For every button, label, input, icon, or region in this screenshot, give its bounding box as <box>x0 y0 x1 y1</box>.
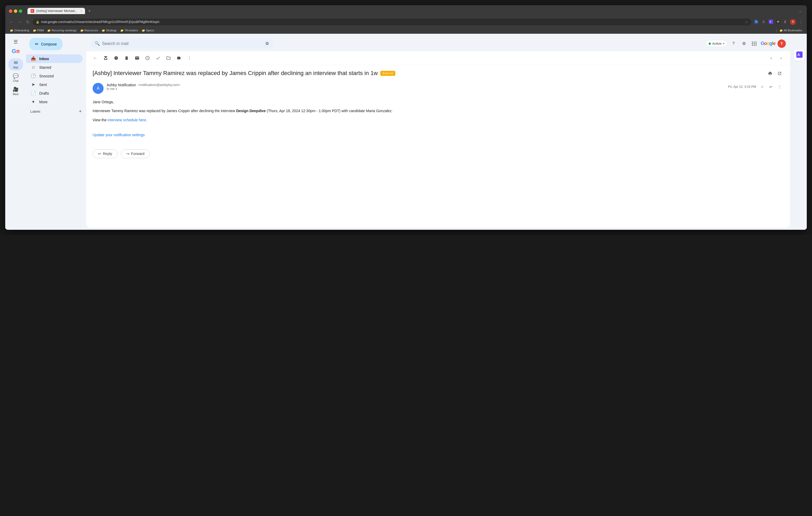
search-icon: 🔍 <box>95 41 100 46</box>
bookmark-item-resources[interactable]: 📁Resources <box>79 28 100 32</box>
print-button[interactable] <box>766 69 774 78</box>
right-panel-card: A <box>794 50 805 61</box>
to-row: to me ▾ <box>107 87 725 91</box>
url-bar-row: ← → ↻ 🔒 mail.google.com/mail/u/2/#search… <box>5 17 807 27</box>
add-task-button[interactable] <box>153 53 163 63</box>
search-bar[interactable]: 🔍 ⚙ <box>90 38 273 49</box>
interview-schedule-link[interactable]: interview schedule here <box>108 118 146 122</box>
tab-menu-button[interactable]: ⌄ <box>798 9 803 13</box>
sidebar-item-mail[interactable]: ✉ Mail <box>8 58 23 70</box>
more-email-options-button[interactable]: ⋮ <box>776 83 784 91</box>
profile-button[interactable] <box>761 19 766 25</box>
meet-icon: 🎥 <box>13 87 19 92</box>
move-to-button[interactable] <box>164 53 173 63</box>
to-chevron-icon[interactable]: ▾ <box>116 88 117 90</box>
download-button[interactable]: ⬇ <box>783 19 788 25</box>
active-tab[interactable]: M [Ashby] Interviewer Michael... × <box>27 8 85 14</box>
apps-grid-icon <box>752 41 757 46</box>
back-button[interactable]: ← <box>8 19 14 25</box>
new-tab-button[interactable]: + <box>87 8 92 14</box>
bookmark-item-specs[interactable]: 📁Specs <box>140 28 156 32</box>
url-text: mail.google.com/mail/u/2/#search/decline… <box>41 20 743 24</box>
action-buttons: ↩ Reply ↪ Forward <box>93 145 784 164</box>
inbox-icon: 📥 <box>30 56 36 61</box>
fullscreen-window-button[interactable] <box>19 9 22 13</box>
star-email-button[interactable]: ☆ <box>758 83 766 91</box>
compose-button[interactable]: ✏ Compose <box>29 38 62 50</box>
open-in-new-window-button[interactable] <box>775 69 784 78</box>
url-actions: A 📦 ⬇ T ⋮ <box>753 18 804 26</box>
sidebar-item-chat[interactable]: 💬 Chat <box>8 72 23 84</box>
nav-item-more[interactable]: ▾ More <box>26 97 83 106</box>
extension-icon-1[interactable]: A <box>768 19 774 25</box>
email-subject-row: [Ashby] Interviewer Tammy Ramirez was re… <box>86 65 790 80</box>
email-subject-actions <box>766 69 784 78</box>
snooze-button[interactable] <box>143 53 152 63</box>
user-avatar-button[interactable]: T <box>778 39 786 48</box>
email-body: Jane Ortega, Interviewer Tammy Ramirez w… <box>93 97 784 145</box>
more-chevron-icon: ▾ <box>30 99 36 104</box>
sender-avatar: A <box>93 83 104 94</box>
tab-bar: M [Ashby] Interviewer Michael... × + <box>27 8 795 14</box>
hamburger-menu-button[interactable]: ☰ <box>11 37 20 47</box>
nav-item-starred[interactable]: ☆ Starred <box>26 63 83 72</box>
sidebar-wide: ✏ Compose 📥 Inbox ☆ Starred 🕐 Snoozed ➤ … <box>26 34 86 230</box>
extensions-button[interactable] <box>753 19 759 25</box>
bookmark-item-onboarding[interactable]: 📁Onboarding <box>8 28 31 32</box>
report-spam-button[interactable] <box>111 53 121 63</box>
previous-email-button[interactable]: ‹ <box>766 53 776 63</box>
bookmark-star-icon[interactable]: ☆ <box>745 20 748 24</box>
more-options-button[interactable]: ⋮ <box>185 53 194 63</box>
search-input[interactable] <box>102 41 263 46</box>
browser-menu-button[interactable]: ⋮ <box>798 19 804 25</box>
bookmark-item-recurring-meetings[interactable]: 📁Recurring meetings <box>46 28 78 32</box>
reply-button[interactable]: ↩ Reply <box>93 149 118 158</box>
status-dot <box>709 42 711 45</box>
forward-icon: ↪ <box>126 152 129 156</box>
delete-button[interactable] <box>122 53 131 63</box>
reply-email-button[interactable]: ↩ <box>767 83 775 91</box>
compose-pen-icon: ✏ <box>35 41 38 47</box>
refresh-button[interactable]: ↻ <box>25 19 31 26</box>
next-email-button[interactable]: › <box>776 53 786 63</box>
status-badge[interactable]: Active ▾ <box>706 40 727 47</box>
starred-icon: ☆ <box>30 65 36 70</box>
settings-button[interactable]: ⚙ <box>740 39 748 48</box>
title-bar: M [Ashby] Interviewer Michael... × + ⌄ <box>5 5 807 17</box>
nav-item-inbox[interactable]: 📥 Inbox <box>26 54 83 63</box>
back-to-inbox-button[interactable]: ← <box>90 53 100 63</box>
forward-button[interactable]: ↪ Forward <box>121 149 150 158</box>
email-toolbar: ← <box>86 51 790 65</box>
sidebar-item-meet[interactable]: 🎥 Meet <box>8 85 23 97</box>
help-button[interactable]: ? <box>729 39 738 48</box>
search-filter-button[interactable]: ⚙ <box>265 40 269 47</box>
header-right: Active ▾ ? ⚙ Google <box>706 39 786 48</box>
labels-header: Labels + <box>26 106 86 116</box>
close-window-button[interactable] <box>9 9 12 13</box>
nav-item-sent[interactable]: ➤ Sent <box>26 80 83 89</box>
labels-add-button[interactable]: + <box>78 108 82 115</box>
bookmark-item-pmm[interactable]: 📁PMM <box>31 28 46 32</box>
forward-button[interactable]: → <box>17 19 23 25</box>
tab-close-button[interactable]: × <box>81 10 82 12</box>
chat-icon: 💬 <box>13 73 19 79</box>
minimize-window-button[interactable] <box>14 9 17 13</box>
svg-point-2 <box>763 20 764 22</box>
apps-button[interactable] <box>750 39 759 48</box>
url-bar[interactable]: 🔒 mail.google.com/mail/u/2/#search/decli… <box>33 19 751 25</box>
mark-unread-button[interactable] <box>133 53 142 63</box>
bookmark-item-ta-leaders[interactable]: 📁TA leaders <box>119 28 140 32</box>
bookmark-item-strategy[interactable]: 📁Strategy <box>100 28 118 32</box>
bookmarks-bar: 📁Onboarding 📁PMM 📁Recurring meetings 📁Re… <box>5 27 807 34</box>
label-as-button[interactable] <box>174 53 184 63</box>
extension-icon-2[interactable]: 📦 <box>775 19 781 25</box>
user-profile-avatar[interactable]: T <box>789 18 796 26</box>
bookmark-item-all[interactable]: 📁All Bookmarks <box>778 28 804 32</box>
notification-settings-link[interactable]: Update your notification settings <box>93 133 145 137</box>
nav-item-drafts[interactable]: 📄 Drafts <box>26 89 83 97</box>
svg-text:📦: 📦 <box>777 20 780 23</box>
archive-button[interactable] <box>101 53 110 63</box>
tab-favicon: M <box>31 9 34 13</box>
nav-item-snoozed[interactable]: 🕐 Snoozed <box>26 72 83 80</box>
link-period: . <box>146 118 147 122</box>
